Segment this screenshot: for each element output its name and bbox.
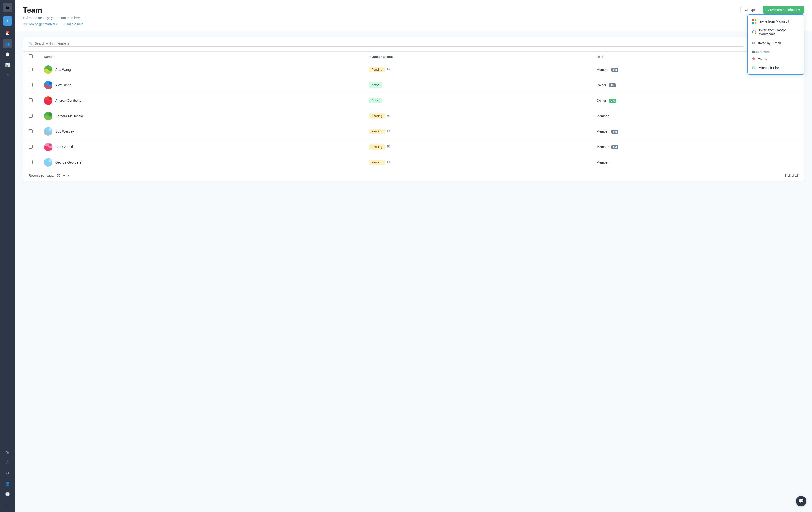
invitation-status-cell: Active xyxy=(363,78,591,93)
search-wrapper: 🔍 xyxy=(29,42,744,47)
members-container: 🔍 Show: Active members All members Pendi… xyxy=(23,36,804,181)
resend-email-icon[interactable]: ✉ xyxy=(387,160,390,164)
pagination-range: 1-18 of 18 xyxy=(784,174,799,177)
invitation-column-header: Invitation Status xyxy=(363,52,591,62)
table-row: Carl Carletti Pending✉ Member PM xyxy=(23,139,804,155)
import-asana-item[interactable]: ❋ Asana xyxy=(748,54,804,63)
invitation-status-cell: Pending✉ xyxy=(363,124,591,139)
invite-google-item[interactable]: Invite from Google Workspace xyxy=(748,26,804,38)
invite-microsoft-item[interactable]: Invite from Microsoft xyxy=(748,17,804,26)
resend-email-icon[interactable]: ✉ xyxy=(387,129,390,133)
book-icon: 📖 xyxy=(23,22,27,26)
status-badge: Pending xyxy=(369,144,385,150)
table-row: Alex Smith Active Owner PM xyxy=(23,78,804,93)
name-cell: Ada Wang xyxy=(44,65,357,74)
per-page-select[interactable]: 50 25 100 xyxy=(56,173,66,178)
invitation-status-cell: Active xyxy=(363,93,591,108)
header-actions: Groups New team members ▾ Invite xyxy=(740,6,804,14)
chat-button[interactable]: 💬 xyxy=(796,496,806,506)
name-cell: Andrea Ognibene xyxy=(44,96,357,105)
name-column-header: Name xyxy=(44,55,52,58)
google-icon xyxy=(752,30,756,34)
member-role: Owner xyxy=(597,83,606,87)
sidebar-item-gear[interactable]: ⚙ xyxy=(3,468,12,478)
sort-arrow-icon: ↑ xyxy=(54,55,56,58)
content-area: 🔍 Show: Active members All members Pendi… xyxy=(15,31,812,512)
row-checkbox[interactable] xyxy=(29,145,32,149)
resend-email-icon[interactable]: ✉ xyxy=(387,144,390,149)
groups-button[interactable]: Groups xyxy=(740,6,760,14)
role-badge: PM xyxy=(611,145,618,149)
invite-email-item[interactable]: ✉ Invite by E-mail xyxy=(748,38,804,48)
member-name: Alex Smith xyxy=(55,83,71,87)
asana-icon: ❋ xyxy=(752,57,755,61)
sidebar-item-team[interactable]: 👥 xyxy=(3,39,12,49)
name-cell: Barbara McDonald xyxy=(44,112,357,120)
row-checkbox[interactable] xyxy=(29,68,32,71)
row-checkbox[interactable] xyxy=(29,160,32,164)
new-team-dropdown-menu: Invite from Microsoft Invite from Google… xyxy=(747,15,804,75)
member-role: Member xyxy=(597,130,609,133)
svg-point-13 xyxy=(49,159,52,162)
row-checkbox[interactable] xyxy=(29,114,32,118)
member-name: Andrea Ognibene xyxy=(55,99,82,103)
sidebar-item-chart[interactable]: 📊 xyxy=(3,60,12,70)
sparkle-icon: ✦ xyxy=(63,22,65,26)
sidebar-expand-button[interactable]: › xyxy=(3,500,12,509)
table-row: Ada Wang Pending✉ Member PM xyxy=(23,62,804,78)
row-checkbox[interactable] xyxy=(29,99,32,102)
resend-email-icon[interactable]: ✉ xyxy=(387,114,390,118)
filter-bar: 🔍 Show: Active members All members Pendi… xyxy=(23,37,804,52)
member-name: George Georgetti xyxy=(55,160,81,164)
role-cell: Owner GM xyxy=(591,93,804,108)
sidebar-item-crown[interactable]: ♛ xyxy=(3,447,12,457)
email-icon: ✉ xyxy=(752,41,755,45)
search-input[interactable] xyxy=(35,42,744,46)
sidebar-item-layers[interactable]: ≡ xyxy=(3,70,12,80)
role-cell: Member PM xyxy=(591,139,804,155)
svg-point-11 xyxy=(49,143,52,146)
main-content: Team Invite and manage your team members… xyxy=(15,0,812,512)
row-checkbox[interactable] xyxy=(29,83,32,87)
import-section-label: Import from xyxy=(748,48,804,54)
sidebar-item-briefcase[interactable]: 📋 xyxy=(3,49,12,59)
new-team-button[interactable]: New team members ▾ xyxy=(763,6,804,14)
sidebar-item-history[interactable]: 🕐 xyxy=(3,489,12,499)
member-role: Member xyxy=(597,160,609,164)
page-subtitle: Invite and manage your team members. xyxy=(23,16,83,20)
microsoft-icon xyxy=(752,19,756,24)
sidebar-logo: 🏔 xyxy=(3,3,12,12)
avatar xyxy=(44,65,53,74)
member-name: Barbara McDonald xyxy=(55,114,83,118)
status-badge: Pending xyxy=(369,129,385,134)
add-button[interactable]: + xyxy=(3,16,12,26)
table-row: George Georgetti Pending✉ Member xyxy=(23,155,804,170)
avatar xyxy=(44,96,53,105)
take-tour-link[interactable]: ✦ Take a tour xyxy=(63,22,83,26)
invitation-status-cell: Pending✉ xyxy=(363,139,591,155)
avatar xyxy=(44,127,53,136)
status-badge: Active xyxy=(369,98,382,103)
table-row: Barbara McDonald Pending✉ Member xyxy=(23,108,804,124)
sidebar-item-calendar[interactable]: 📅 xyxy=(3,29,12,38)
role-badge: PM xyxy=(611,130,618,134)
role-cell: Member PM xyxy=(591,124,804,139)
sidebar-item-user[interactable]: 👤 xyxy=(3,479,12,488)
chevron-down-icon: ▾ xyxy=(799,8,800,12)
member-role: Member xyxy=(597,68,609,72)
role-cell: Owner PM xyxy=(591,78,804,93)
row-checkbox[interactable] xyxy=(29,129,32,133)
role-cell: Member xyxy=(591,108,804,124)
chat-icon: 💬 xyxy=(799,498,804,504)
role-badge: PM xyxy=(611,68,618,72)
import-planner-item[interactable]: ▦ Microsoft Planner xyxy=(748,63,804,72)
member-name: Bob Westley xyxy=(55,130,74,133)
sidebar-item-cube[interactable]: ⬡ xyxy=(3,458,12,467)
resend-email-icon[interactable]: ✉ xyxy=(387,67,390,71)
getting-started-link[interactable]: 📖 How to get started ↗ xyxy=(23,22,58,26)
select-all-checkbox[interactable] xyxy=(29,54,32,58)
svg-point-3 xyxy=(49,82,52,85)
svg-point-5 xyxy=(49,97,52,100)
name-cell: Carl Carletti xyxy=(44,143,357,151)
table-row: Bob Westley Pending✉ Member PM xyxy=(23,124,804,139)
